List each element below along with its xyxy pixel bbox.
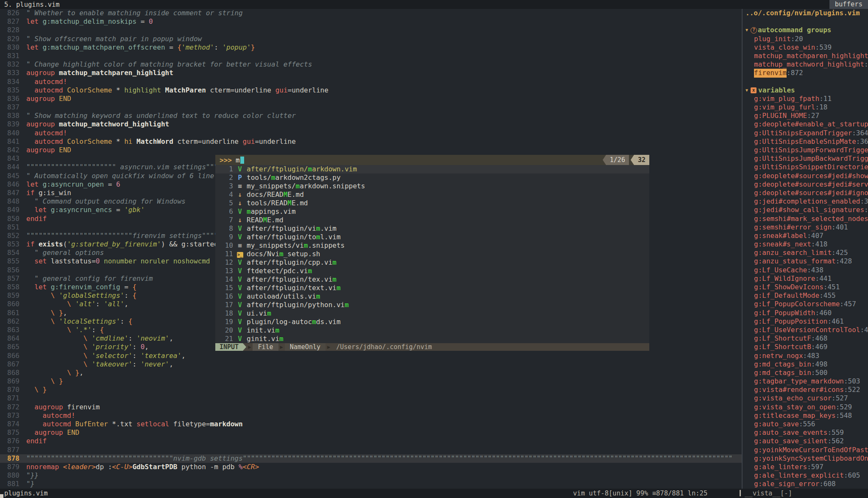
symbol-item[interactable]: g:ale_sign_error:608 bbox=[746, 480, 868, 488]
symbol-item[interactable]: g:anzu_search_limit:425 bbox=[746, 249, 868, 257]
file-list-item[interactable]: 16Vautoload/utils.vim bbox=[215, 292, 649, 301]
file-list-item[interactable]: 4↓docs/README.md bbox=[215, 190, 649, 199]
symbol-item[interactable]: g:Lf_PopupPosition:461 bbox=[746, 317, 868, 326]
tab-buffer-plugins-vim[interactable]: 5. plugins.vim bbox=[0, 1, 60, 8]
symbol-item[interactable]: g:UltiSnipsSnippetDirectories:368 bbox=[746, 163, 868, 171]
symbol-item[interactable]: g:Lf_UseVersionControlTool:464 bbox=[746, 326, 868, 334]
chevron-down-icon[interactable]: ▼ bbox=[746, 26, 748, 34]
file-list-item[interactable]: 15Vafter/ftplugin/text.vim bbox=[215, 284, 649, 292]
symbol-item[interactable]: g:tagbar_type_markdown:503 bbox=[746, 377, 868, 386]
file-list-item[interactable]: 6Vmappings.vim bbox=[215, 207, 649, 216]
code-line[interactable]: 880"}} bbox=[0, 471, 742, 480]
leaderf-input-bar[interactable]: >>> m 1/26 32 bbox=[215, 155, 649, 165]
symbol-item[interactable]: g:deoplete#sources#jedi#server_timeout:3… bbox=[746, 180, 868, 189]
code-line[interactable]: 875 augroup END bbox=[0, 428, 742, 437]
code-line[interactable]: 827let g:matchup_delim_noskips = 0 bbox=[0, 17, 742, 26]
file-list-item[interactable]: 20Vinit.vim bbox=[215, 326, 649, 335]
symbol-item[interactable]: g:UltiSnipsJumpBackwardTrigger:367 bbox=[746, 154, 868, 163]
file-list-item[interactable]: 12Vafter/ftplugin/cpp.vim bbox=[215, 258, 649, 267]
symbol-item[interactable]: g:sneak#label:407 bbox=[746, 232, 868, 240]
symbol-item[interactable]: g:Lf_DefaultMode:455 bbox=[746, 291, 868, 300]
code-line[interactable]: 829" Show offscreen match pair in popup … bbox=[0, 35, 742, 43]
symbol-item[interactable]: g:Lf_PopupColorscheme:457 bbox=[746, 300, 868, 308]
code-line[interactable]: 870 \ } bbox=[0, 386, 742, 394]
symbol-item[interactable]: g:netrw_nogx:483 bbox=[746, 352, 868, 360]
code-line[interactable]: 837 bbox=[0, 103, 742, 112]
code-line[interactable]: 877 bbox=[0, 446, 742, 454]
symbol-item[interactable]: g:sneak#s_next:418 bbox=[746, 240, 868, 249]
symbol-item[interactable]: g:deoplete#sources#jedi#show_docstring:3… bbox=[746, 172, 868, 180]
code-line[interactable]: 840 autocmd! bbox=[0, 129, 742, 137]
code-line[interactable]: 871 bbox=[0, 394, 742, 403]
file-list-item[interactable]: 18Vui.vim bbox=[215, 309, 649, 318]
symbol-item[interactable]: g:titlecase_map_keys:548 bbox=[746, 411, 868, 420]
file-list-item[interactable]: 17Vafter/ftplugin/python.vim bbox=[215, 301, 649, 309]
symbol-item[interactable]: g:anzu_status_format:428 bbox=[746, 257, 868, 266]
file-list-item[interactable]: 5↓tools/README.md bbox=[215, 199, 649, 207]
code-line[interactable]: 881"} bbox=[0, 480, 742, 488]
code-line[interactable]: 833augroup matchup_matchparen_highlight bbox=[0, 69, 742, 77]
symbol-item[interactable]: g:Lf_UseCache:438 bbox=[746, 266, 868, 274]
symbol-item[interactable]: g:Lf_WildIgnore:441 bbox=[746, 274, 868, 283]
code-line[interactable]: 866 \ 'selector': 'textarea', bbox=[0, 352, 742, 360]
file-list-item[interactable]: 11>_docs/Nvim_setup.sh bbox=[215, 250, 649, 258]
code-line[interactable]: 834 autocmd! bbox=[0, 78, 742, 86]
code-line[interactable]: 842augroup END bbox=[0, 146, 742, 154]
file-list-item[interactable]: 19Vplugin/log-autocmds.vim bbox=[215, 318, 649, 326]
code-line[interactable]: 831 bbox=[0, 52, 742, 60]
symbol-item[interactable]: g:vista#renderer#icons:522 bbox=[746, 386, 868, 394]
symbol-item[interactable]: g:vista_echo_cursor:527 bbox=[746, 394, 868, 403]
symbol-item[interactable]: g:ale_linters_explicit:605 bbox=[746, 471, 868, 480]
file-list-item[interactable]: 10≡my_snippets/vim.snippets bbox=[215, 241, 649, 250]
code-line[interactable]: 868 \ }, bbox=[0, 369, 742, 377]
symbol-item[interactable]: firenvim:872 bbox=[746, 69, 868, 77]
symbol-item[interactable]: g:UltiSnipsEnableSnipMate:365 bbox=[746, 137, 868, 146]
chevron-down-icon[interactable]: ▼ bbox=[746, 86, 748, 95]
file-list-item[interactable]: 13Vftdetect/pdc.vim bbox=[215, 267, 649, 275]
file-list-item[interactable]: 1Vafter/ftplugin/markdown.vim bbox=[215, 165, 649, 173]
code-line[interactable]: 828 bbox=[0, 26, 742, 34]
sidebar-section-header-variables[interactable]: ▼xvariables bbox=[746, 86, 868, 95]
symbol-item[interactable]: g:Lf_ShowDevIcons:451 bbox=[746, 283, 868, 291]
file-list-item[interactable]: 3≡my_snippets/markdown.snippets bbox=[215, 182, 649, 190]
code-line[interactable]: 876endif bbox=[0, 437, 742, 445]
code-line[interactable]: 839augroup matchup_matchword_highlight bbox=[0, 120, 742, 129]
symbol-item[interactable]: g:yoinkMoveCursorToEndOfPaste:576 bbox=[746, 446, 868, 454]
symbol-item[interactable]: g:auto_save:556 bbox=[746, 420, 868, 428]
symbol-item[interactable]: g:vim_plug_furl:18 bbox=[746, 103, 868, 112]
symbol-item[interactable]: g:PLUGIN_HOME:27 bbox=[746, 112, 868, 120]
symbol-item[interactable]: vista_close_win:539 bbox=[746, 43, 868, 52]
symbol-item[interactable]: g:deoplete#enable_at_startup:330 bbox=[746, 120, 868, 129]
code-line[interactable]: 836augroup END bbox=[0, 95, 742, 103]
file-list-item[interactable]: 9Vafter/ftplugin/toml.vim bbox=[215, 233, 649, 241]
sidebar-section-header-autocommand-groups[interactable]: ▼?autocommand groups bbox=[746, 26, 868, 34]
code-line[interactable]: 874 autocmd BufEnter *.txt setlocal file… bbox=[0, 420, 742, 428]
symbol-item[interactable]: g:Lf_ShortcutF:468 bbox=[746, 334, 868, 343]
code-line[interactable]: 873 autocmd! bbox=[0, 411, 742, 420]
file-list-item[interactable]: 8Vafter/ftplugin/vim.vim bbox=[215, 224, 649, 233]
symbol-item[interactable]: matchup_matchparen_highlight:833 bbox=[746, 52, 868, 60]
code-line[interactable]: 867 \ 'takeover': 'never', bbox=[0, 360, 742, 369]
file-list-item[interactable]: 14Vafter/ftplugin/tex.vim bbox=[215, 275, 649, 284]
symbol-item[interactable]: g:Lf_PopupWidth:460 bbox=[746, 309, 868, 317]
code-line[interactable]: 832" Change highlight color of matching … bbox=[0, 60, 742, 69]
symbol-item[interactable]: matchup_matchword_highlight:839 bbox=[746, 60, 868, 69]
symbol-item[interactable]: plug_init:20 bbox=[746, 35, 868, 43]
code-line[interactable]: 878""""""""""""""""""""""""""""""""""""n… bbox=[0, 454, 742, 463]
search-input[interactable]: m bbox=[236, 156, 240, 164]
symbol-item[interactable]: g:ale_linters:597 bbox=[746, 463, 868, 471]
symbol-item[interactable]: g:vim_plug_fpath:11 bbox=[746, 95, 868, 103]
symbol-item[interactable]: g:md_ctags_bin:500 bbox=[746, 369, 868, 377]
file-list-item[interactable]: 7↓README.md bbox=[215, 216, 649, 224]
symbol-item[interactable]: g:vista_stay_on_open:529 bbox=[746, 403, 868, 411]
symbol-item[interactable]: g:md_ctags_bin:498 bbox=[746, 360, 868, 369]
code-line[interactable]: 838" Show matching keyword as underlined… bbox=[0, 112, 742, 120]
code-line[interactable]: 826" Whether to enable matching inside c… bbox=[0, 9, 742, 17]
symbol-item[interactable]: g:semshi#mark_selected_nodes:393 bbox=[746, 215, 868, 223]
code-line[interactable]: 841 autocmd ColorScheme * hi MatchWord c… bbox=[0, 137, 742, 146]
tab-buffers-label[interactable]: buffers bbox=[829, 0, 868, 9]
symbol-item[interactable]: g:UltiSnipsJumpForwardTrigger:366 bbox=[746, 146, 868, 154]
code-line[interactable]: 835 autocmd ColorScheme * highlight Matc… bbox=[0, 86, 742, 95]
symbol-item[interactable]: g:jedi#completions_enabled:373 bbox=[746, 197, 868, 206]
symbol-item[interactable]: g:Lf_ShortcutB:469 bbox=[746, 343, 868, 351]
